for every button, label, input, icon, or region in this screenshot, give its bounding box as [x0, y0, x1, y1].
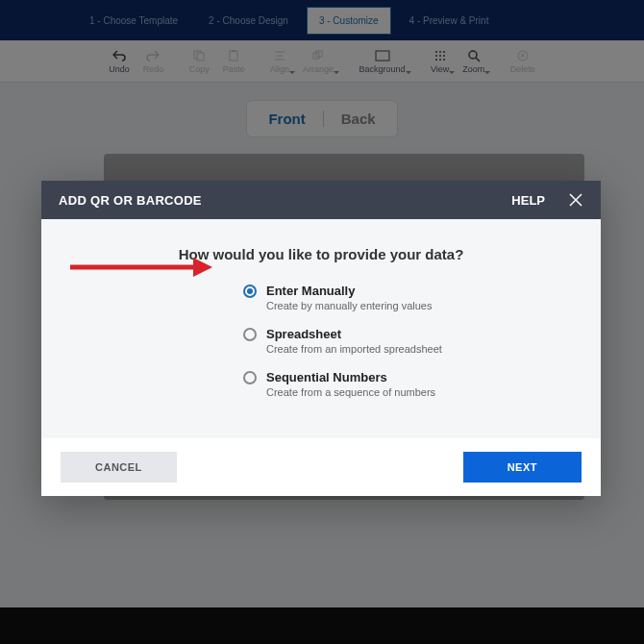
option-enter-manually[interactable]: Enter Manually Create by manually enteri… [243, 284, 562, 311]
radio-icon [243, 285, 257, 298]
svg-marker-27 [193, 258, 212, 277]
options-group: Enter Manually Create by manually enteri… [243, 284, 562, 398]
option-desc: Create from an imported spreadsheet [266, 343, 442, 355]
next-button[interactable]: NEXT [463, 452, 582, 483]
modal-header: ADD QR OR BARCODE HELP [41, 181, 601, 219]
arrow-icon [70, 256, 214, 279]
footer-bar [0, 607, 644, 644]
option-spreadsheet[interactable]: Spreadsheet Create from an imported spre… [243, 327, 562, 355]
modal-footer: CANCEL NEXT [41, 438, 601, 496]
option-desc: Create by manually entering values [266, 300, 432, 311]
option-title: Sequential Numbers [266, 370, 435, 384]
modal-body: How would you like to provide your data?… [41, 219, 601, 438]
radio-icon [243, 371, 257, 384]
close-button[interactable] [568, 192, 583, 208]
option-title: Enter Manually [266, 284, 432, 298]
option-sequential[interactable]: Sequential Numbers Create from a sequenc… [243, 370, 562, 398]
option-desc: Create from a sequence of numbers [266, 386, 435, 398]
option-title: Spreadsheet [266, 327, 442, 341]
help-link[interactable]: HELP [511, 193, 545, 208]
modal-title: ADD QR OR BARCODE [59, 193, 202, 208]
close-icon [568, 192, 583, 208]
radio-icon [243, 328, 257, 341]
cancel-button[interactable]: CANCEL [61, 452, 177, 483]
modal-add-barcode: ADD QR OR BARCODE HELP How would you lik… [41, 181, 601, 496]
